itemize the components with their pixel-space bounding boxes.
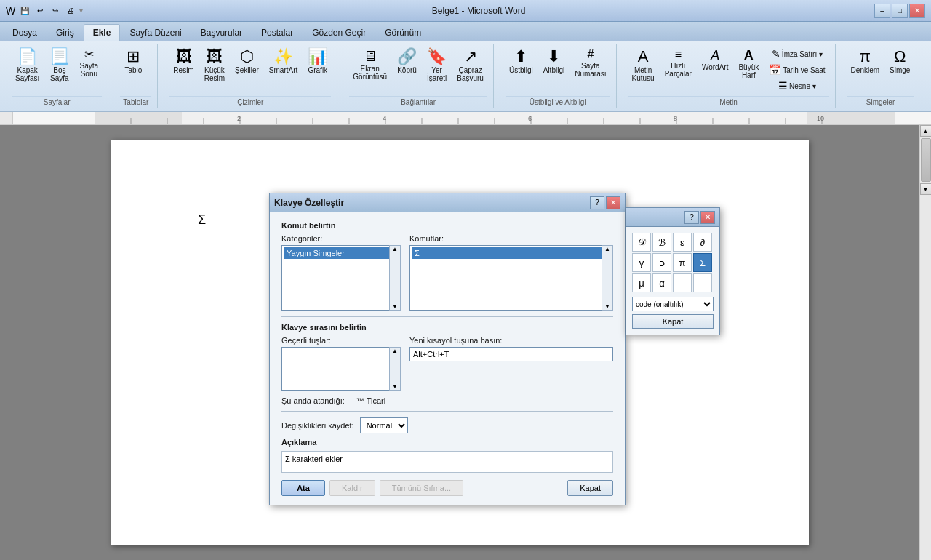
- sekiller-btn[interactable]: ⬡Şekiller: [231, 47, 263, 76]
- simgeler-buttons: πDenklem ΩSimge: [847, 44, 914, 96]
- scroll-up-btn[interactable]: ▲: [920, 125, 932, 137]
- kaldir-btn[interactable]: Kaldır: [329, 480, 375, 496]
- ck-scroll-down[interactable]: ▼: [392, 383, 398, 390]
- ribbon-content: 📄KapakSayfası 📃BoşSayfa ✂SayfaSonu Sayfa…: [0, 41, 931, 111]
- sym-cell-9[interactable]: α: [652, 273, 671, 292]
- cmd-scroll-up[interactable]: ▲: [604, 246, 610, 252]
- dialog-close-x-btn[interactable]: ✕: [606, 196, 620, 209]
- ck-scroll-up[interactable]: ▲: [392, 348, 398, 354]
- capraz-basvuru-btn[interactable]: ↗ÇaprazBaşvuru: [453, 47, 487, 84]
- ribbon-group-tablolar: ⊞Tablo Tablolar: [114, 44, 158, 108]
- sym-cell-2[interactable]: ε: [673, 233, 692, 252]
- sym-cell-0[interactable]: 𝒟: [632, 233, 651, 252]
- tablo-btn[interactable]: ⊞Tablo: [120, 47, 146, 76]
- symbol-help-btn[interactable]: ?: [684, 211, 699, 224]
- hizli-parcalar-btn[interactable]: ≡HızlıParçalar: [661, 47, 695, 80]
- window-title: Belge1 - Microsoft Word: [83, 6, 874, 16]
- dialog-help-btn[interactable]: ?: [590, 196, 604, 209]
- tab-dosya[interactable]: Dosya: [3, 24, 47, 41]
- symbol-close-button[interactable]: Kapat: [632, 314, 714, 329]
- sym-cell-10[interactable]: [673, 273, 692, 292]
- command-sigma[interactable]: Σ: [412, 247, 611, 259]
- sym-cell-7[interactable]: Σ: [693, 253, 712, 272]
- cat-scroll-down[interactable]: ▼: [392, 303, 398, 310]
- sym-cell-5[interactable]: ɔ: [652, 253, 671, 272]
- dialog-title-text: Klavye Özelleştir: [274, 198, 344, 208]
- buyuk-harf-btn[interactable]: ABüyükHarf: [735, 47, 762, 81]
- kapak-sayfasi-btn[interactable]: 📄KapakSayfası: [12, 47, 43, 84]
- separator-1: [281, 316, 613, 317]
- ribbon-group-simgeler: πDenklem ΩSimge Simgeler: [842, 44, 920, 108]
- symbol-dialog-controls: ? ✕: [684, 211, 715, 224]
- print-btn[interactable]: 🖨: [64, 4, 77, 17]
- svg-text:6: 6: [528, 115, 532, 122]
- imza-satiri-btn[interactable]: ✎İmza Satırı ▾: [765, 47, 828, 61]
- simge-btn[interactable]: ΩSimge: [886, 47, 914, 76]
- sym-cell-1[interactable]: ℬ: [652, 233, 671, 252]
- tab-ekle[interactable]: Ekle: [84, 24, 121, 41]
- cat-scroll-up[interactable]: ▲: [392, 246, 398, 252]
- sigma-character: Σ: [198, 212, 206, 228]
- undo-btn[interactable]: ↩: [33, 4, 47, 17]
- ustbilgi-btn[interactable]: ⬆Üstbilgi: [506, 47, 537, 76]
- symbol-close-btn[interactable]: ✕: [700, 211, 715, 224]
- separator-2: [281, 411, 613, 412]
- tab-giris[interactable]: Giriş: [47, 24, 84, 41]
- ekran-goruntüsü-btn[interactable]: 🖥EkranGörüntüsü: [349, 47, 391, 83]
- commands-listbox[interactable]: Σ: [409, 245, 613, 311]
- new-shortcut-input[interactable]: [409, 347, 613, 361]
- from-select[interactable]: code (onaltılık): [632, 297, 714, 311]
- maximize-btn[interactable]: □: [892, 4, 908, 18]
- kopru-btn[interactable]: 🔗Köprü: [393, 47, 420, 76]
- new-shortcut-col: Yeni kısayol tuşuna basın:: [409, 336, 613, 391]
- resim-btn[interactable]: 🖼Resim: [169, 47, 197, 76]
- ustbilgi-label: Üstbilgi ve Altbilgi: [506, 96, 610, 108]
- tumunu-sifirla-btn[interactable]: Tümünü Sıfırla...: [380, 480, 463, 496]
- kucuk-resim-btn[interactable]: 🖼KüçükResim: [201, 47, 228, 84]
- save-select[interactable]: Normal: [360, 417, 408, 433]
- bos-sayfa-btn[interactable]: 📃BoşSayfa: [46, 47, 73, 84]
- scroll-down-btn[interactable]: ▼: [920, 183, 932, 195]
- sym-cell-6[interactable]: π: [673, 253, 692, 272]
- svg-text:8: 8: [674, 115, 677, 122]
- categories-listbox[interactable]: Yaygın Simgeler: [281, 245, 394, 311]
- sayfa-sonu-btn[interactable]: ✂SayfaSonu: [76, 47, 102, 80]
- close-btn[interactable]: ✕: [909, 4, 925, 18]
- wordart-btn[interactable]: AWordArt: [698, 47, 732, 73]
- tab-gorunum[interactable]: Görünüm: [375, 24, 431, 41]
- grafik-btn[interactable]: 📊Grafik: [304, 47, 331, 76]
- tab-gozden-gecir[interactable]: Gözden Geçir: [303, 24, 375, 41]
- ata-btn[interactable]: Ata: [281, 480, 325, 496]
- command-row: Kategoriler: Yaygın Simgeler ▲ ▼ Komutla…: [281, 234, 613, 311]
- sym-cell-4[interactable]: γ: [632, 253, 651, 272]
- categories-col: Kategoriler: Yaygın Simgeler ▲ ▼: [281, 234, 401, 311]
- sym-cell-3[interactable]: ∂: [693, 233, 712, 252]
- tab-basvurular[interactable]: Başvurular: [191, 24, 252, 41]
- ruler-corner: [0, 112, 13, 125]
- sayfa-numarasi-btn[interactable]: #SayfaNumarası: [571, 47, 610, 80]
- sym-cell-8[interactable]: μ: [632, 273, 651, 292]
- sym-cell-11[interactable]: [693, 273, 712, 292]
- metin-kutusu-btn[interactable]: AMetinKutusu: [628, 47, 658, 84]
- tablolar-buttons: ⊞Tablo: [120, 44, 151, 96]
- smartart-btn[interactable]: ✨SmartArt: [265, 47, 301, 76]
- svg-text:2: 2: [237, 115, 241, 122]
- yer-isareti-btn[interactable]: 🔖Yerİşareti: [423, 47, 450, 84]
- metin-label: Metin: [628, 96, 829, 108]
- category-yaygın-simgeler[interactable]: Yaygın Simgeler: [284, 247, 392, 259]
- scroll-thumb[interactable]: [921, 138, 931, 182]
- tab-sayfa-duzeni[interactable]: Sayfa Düzeni: [120, 24, 191, 41]
- tab-postalar[interactable]: Postalar: [252, 24, 303, 41]
- denklem-btn[interactable]: πDenklem: [847, 47, 883, 76]
- altbilgi-btn[interactable]: ⬇Altbilgi: [540, 47, 568, 76]
- cmd-scroll-down[interactable]: ▼: [604, 303, 610, 310]
- kapat-btn[interactable]: Kapat: [567, 480, 613, 496]
- minimize-btn[interactable]: –: [874, 4, 890, 18]
- current-keys-listbox[interactable]: [281, 347, 394, 391]
- nesne-btn[interactable]: ☰Nesne ▾: [765, 79, 828, 93]
- cizimler-label: Çizimler: [169, 96, 331, 108]
- save-quick-btn[interactable]: 💾: [18, 4, 31, 17]
- tarih-saat-btn[interactable]: 📅Tarih ve Saat: [765, 63, 828, 77]
- redo-btn[interactable]: ↪: [49, 4, 62, 17]
- section1-label: Komut belirtin: [281, 221, 613, 230]
